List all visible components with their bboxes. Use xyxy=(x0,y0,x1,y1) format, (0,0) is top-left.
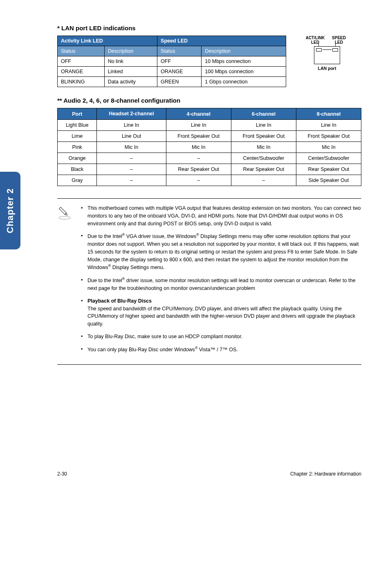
side-tab-label: Chapter 2 xyxy=(5,188,16,233)
lan-sub-header: Status xyxy=(58,46,105,56)
audio-header: 4-channel xyxy=(166,108,231,120)
audio-cell: Light Blue xyxy=(58,120,97,131)
audio-cell: Side Speaker Out xyxy=(296,175,361,186)
lan-cell: BLINKING xyxy=(58,77,105,87)
lan-port-led-labels: ACT/LINK LED SPEED LED xyxy=(303,36,352,45)
lan-section-title: * LAN port LED indications xyxy=(57,25,361,31)
lan-sub-header: Description xyxy=(104,46,157,56)
audio-config-table: Port Headset 2-channel 4-channel 6-chann… xyxy=(57,108,361,186)
chapter-side-tab: Chapter 2 xyxy=(0,172,20,249)
list-item: To play Blu-Ray Disc, make sure to use a… xyxy=(78,333,361,341)
list-item: You can only play Blu-Ray Disc under Win… xyxy=(78,346,361,354)
audio-cell: Center/Subwoofer xyxy=(231,153,296,164)
table-row: OFF No link OFF 10 Mbps connection xyxy=(58,56,286,67)
audio-header: 6-channel xyxy=(231,108,296,120)
audio-cell: Center/Subwoofer xyxy=(296,153,361,164)
page-number: 2-30 xyxy=(57,471,67,477)
table-row: BLINKING Data activity GREEN 1 Gbps conn… xyxy=(58,77,286,87)
lan-group-header: Speed LED xyxy=(157,36,286,46)
audio-cell: Mic In xyxy=(97,142,166,153)
lan-group-header: Activity Link LED xyxy=(58,36,157,46)
audio-cell: – xyxy=(97,164,166,175)
table-row: Gray – – – Side Speaker Out xyxy=(58,175,361,186)
lan-cell: ORANGE xyxy=(58,67,105,77)
page-content: * LAN port LED indications Activity Link… xyxy=(0,0,390,365)
lan-cell: No link xyxy=(104,56,157,67)
audio-cell: Mic In xyxy=(166,142,231,153)
lan-cell: Data activity xyxy=(104,77,157,87)
table-row: Orange – – Center/Subwoofer Center/Subwo… xyxy=(58,153,361,164)
audio-header: Port xyxy=(58,108,97,120)
audio-cell: Lime xyxy=(58,131,97,142)
lan-port-icon xyxy=(314,46,340,64)
audio-cell: Rear Speaker Out xyxy=(296,164,361,175)
audio-section-title: ** Audio 2, 4, 6, or 8-channel configura… xyxy=(57,97,361,104)
audio-cell: Gray xyxy=(58,175,97,186)
audio-cell: Mic In xyxy=(296,142,361,153)
audio-cell: Line In xyxy=(231,120,296,131)
audio-cell: Black xyxy=(58,164,97,175)
lan-cell: 100 Mbps connection xyxy=(202,67,286,77)
table-row: Light Blue Line In Line In Line In Line … xyxy=(58,120,361,131)
svg-rect-1 xyxy=(59,207,67,215)
lan-port-diagram: ACT/LINK LED SPEED LED LAN port xyxy=(303,36,352,71)
audio-header: 8-channel xyxy=(296,108,361,120)
audio-cell: Rear Speaker Out xyxy=(231,164,296,175)
audio-cell: Line In xyxy=(296,120,361,131)
audio-cell: – xyxy=(166,153,231,164)
list-item: Due to the Intel® VGA driver issue, the … xyxy=(78,232,361,272)
lan-sub-header: Description xyxy=(202,46,286,56)
audio-cell: Front Speaker Out xyxy=(296,131,361,142)
lan-port-caption: LAN port xyxy=(303,66,352,71)
lan-row: Activity Link LED Speed LED Status Descr… xyxy=(57,36,361,87)
lan-cell: ORANGE xyxy=(157,67,202,77)
lan-cell: 1 Gbps connection xyxy=(202,77,286,87)
lan-cell: OFF xyxy=(157,56,202,67)
list-item: Due to the Intel® driver issue, some mon… xyxy=(78,276,361,292)
table-row: Pink Mic In Mic In Mic In Mic In xyxy=(58,142,361,153)
audio-cell: Orange xyxy=(58,153,97,164)
lan-led-table: Activity Link LED Speed LED Status Descr… xyxy=(57,36,286,87)
lan-cell: 10 Mbps connection xyxy=(202,56,286,67)
svg-point-0 xyxy=(59,216,71,219)
table-row: Port Headset 2-channel 4-channel 6-chann… xyxy=(58,108,361,120)
audio-cell: Front Speaker Out xyxy=(231,131,296,142)
audio-header: Headset 2-channel xyxy=(97,108,166,120)
footer-chapter: Chapter 2: Hardware information xyxy=(290,471,361,477)
note-pencil-icon xyxy=(57,204,78,221)
lan-cell: Linked xyxy=(104,67,157,77)
table-row: Activity Link LED Speed LED xyxy=(58,36,286,46)
list-item: This motherboard comes with multiple VGA… xyxy=(78,204,361,227)
lan-sub-header: Status xyxy=(157,46,202,56)
audio-cell: – xyxy=(166,175,231,186)
audio-cell: Pink xyxy=(58,142,97,153)
table-row: Black – Rear Speaker Out Rear Speaker Ou… xyxy=(58,164,361,175)
speed-led-label: SPEED LED xyxy=(329,36,349,45)
audio-cell: – xyxy=(97,175,166,186)
audio-cell: Line In xyxy=(166,120,231,131)
lan-cell: OFF xyxy=(58,56,105,67)
audio-cell: Rear Speaker Out xyxy=(166,164,231,175)
audio-cell: – xyxy=(231,175,296,186)
svg-marker-2 xyxy=(65,213,68,216)
lan-cell: GREEN xyxy=(157,77,202,87)
note-block: This motherboard comes with multiple VGA… xyxy=(57,198,361,365)
table-row: Lime Line Out Front Speaker Out Front Sp… xyxy=(58,131,361,142)
page-footer: 2-30 Chapter 2: Hardware information xyxy=(0,365,390,489)
audio-cell: Mic In xyxy=(231,142,296,153)
audio-cell: Front Speaker Out xyxy=(166,131,231,142)
note-body: This motherboard comes with multiple VGA… xyxy=(78,204,361,359)
act-link-led-label: ACT/LINK LED xyxy=(305,36,325,45)
audio-cell: Line Out xyxy=(97,131,166,142)
list-item: Playback of Blu-Ray DiscsThe speed and b… xyxy=(78,297,361,328)
audio-cell: Line In xyxy=(97,120,166,131)
table-row: Status Description Status Description xyxy=(58,46,286,56)
table-row: ORANGE Linked ORANGE 100 Mbps connection xyxy=(58,67,286,77)
audio-cell: – xyxy=(97,153,166,164)
